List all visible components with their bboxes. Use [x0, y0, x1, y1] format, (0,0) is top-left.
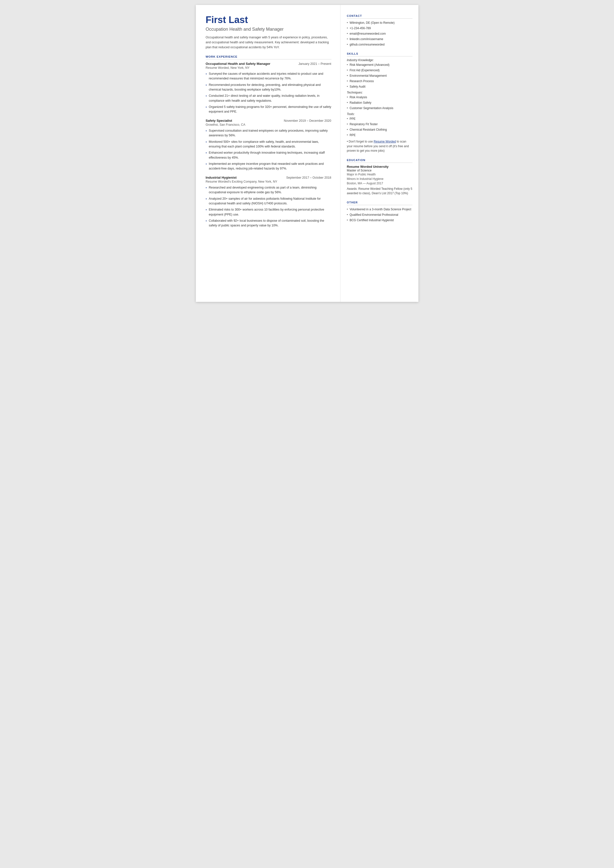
job-company-1: Resume Worded, New York, NY [206, 66, 331, 70]
skill-item-9: PPE [347, 116, 412, 121]
job-title-2: Safety Specialist [206, 119, 232, 123]
skill-item-1: Risk Management (Advanced) [347, 63, 412, 67]
bullet-3-4: Collaborated with 92+ local businesses t… [206, 219, 331, 228]
edu-minors: Minors in Industrial Hygiene [347, 177, 412, 181]
edu-school-name: Resume Worded University [347, 165, 412, 169]
other-item-2: Qualified Environmental Professional [347, 213, 412, 217]
job-block-2: Safety Specialist November 2019 – Decemb… [206, 119, 331, 171]
bullet-1-4: Organized 5 safety training programs for… [206, 105, 331, 114]
edu-awards: Awards: Resume Worded Teaching Fellow (o… [347, 186, 412, 196]
other-list: Volunteered in a 3-month Data Science Pr… [347, 207, 412, 222]
job-company-3: Resume Worded's Exciting Company, New Yo… [206, 180, 331, 183]
job-title-3: Industrial Hygienist [206, 175, 237, 179]
contact-location: Wilmington, DE (Open to Remote) [347, 20, 412, 25]
skill-item-10: Respiratory Fit Tester [347, 122, 412, 126]
job-block-1: Occupational Health and Safety Manager J… [206, 62, 331, 114]
bullet-1-3: Conducted 21+ direct testing of air and … [206, 93, 331, 103]
other-item-3: BCG Certified Industrial Hygienist [347, 218, 412, 222]
skill-item-4: Research Process [347, 79, 412, 83]
job-header-1: Occupational Health and Safety Manager J… [206, 62, 331, 65]
resume-document: First Last Occupation Health and Safety … [196, 5, 419, 302]
bullet-3-3: Eliminated risks to 300+ workers across … [206, 207, 331, 217]
job-bullets-3: Researched and developed engineering con… [206, 185, 331, 228]
skill-item-2: First Aid (Experienced) [347, 68, 412, 73]
skill-list-tools: PPE Respiratory Fit Tester Chemical Resi… [347, 116, 412, 137]
left-column: First Last Occupation Health and Safety … [196, 5, 341, 302]
job-header-2: Safety Specialist November 2019 – Decemb… [206, 119, 331, 123]
bullet-2-4: Implemented an employee incentive progra… [206, 161, 331, 171]
work-experience-section: WORK EXPERIENCE Occupational Health and … [206, 55, 331, 228]
skill-item-5: Safety Audit [347, 84, 412, 89]
job-bullets-2: Supervised consultation and trained empl… [206, 129, 331, 171]
other-section: OTHER Volunteered in a 3-month Data Scie… [347, 201, 412, 222]
job-company-2: Growthsi, San Francisco, CA [206, 123, 331, 126]
bullet-2-2: Monitored 500+ sites for compliance with… [206, 140, 331, 149]
skill-list-techniques: Risk Analysis Radiation Safety Customer … [347, 95, 412, 110]
skill-list-industry: Risk Management (Advanced) First Aid (Ex… [347, 63, 412, 89]
job-title: Occupation Health and Safety Manager [206, 27, 331, 32]
contact-list: Wilmington, DE (Open to Remote) +1-234-4… [347, 20, 412, 47]
job-dates-2: November 2019 – December 2020 [284, 119, 331, 123]
skill-category-tools: Tools: [347, 112, 412, 116]
summary-text: Occupational health and safety manager w… [206, 35, 331, 50]
edu-degree: Master of Science [347, 169, 412, 172]
skill-item-6: Risk Analysis [347, 95, 412, 99]
candidate-name: First Last [206, 15, 331, 25]
skill-category-techniques: Techniques: [347, 91, 412, 94]
skill-item-8: Customer Segmentation Analysis [347, 106, 412, 110]
contact-email: email@resumeworded.com [347, 31, 412, 36]
contact-linkedin: linkedin.com/in/username [347, 37, 412, 41]
other-section-title: OTHER [347, 201, 412, 205]
education-section-title: EDUCATION [347, 158, 412, 163]
contact-phone: +1-234-456-789 [347, 26, 412, 30]
other-item-1: Volunteered in a 3-month Data Science Pr… [347, 207, 412, 211]
bullet-3-1: Researched and developed engineering con… [206, 185, 331, 195]
bullet-3-2: Analyzed 20+ samples of air for asbestos… [206, 196, 331, 206]
promo-before: • Don't forget to use [347, 140, 374, 143]
skill-item-12: RPE [347, 133, 412, 137]
contact-section: CONTACT Wilmington, DE (Open to Remote) … [347, 14, 412, 47]
bullet-2-3: Enhanced worker productivity through inn… [206, 151, 331, 160]
bullet-1-2: Recommended procedures for detecting, pr… [206, 83, 331, 92]
bullet-1-1: Surveyed the causes of workplace acciden… [206, 71, 331, 81]
education-section: EDUCATION Resume Worded University Maste… [347, 158, 412, 196]
job-bullets-1: Surveyed the causes of workplace acciden… [206, 71, 331, 114]
job-dates-3: September 2017 – October 2018 [286, 176, 331, 179]
skills-section-title: SKILLS [347, 52, 412, 56]
bullet-2-1: Supervised consultation and trained empl… [206, 129, 331, 138]
contact-github: github.com/resumeworded [347, 42, 412, 47]
job-dates-1: January 2021 – Present [298, 62, 331, 65]
job-block-3: Industrial Hygienist September 2017 – Oc… [206, 175, 331, 228]
skill-item-7: Radiation Safety [347, 101, 412, 105]
right-column: CONTACT Wilmington, DE (Open to Remote) … [341, 5, 419, 302]
skill-item-11: Chemical Resistant Clothing [347, 127, 412, 132]
skills-section: SKILLS Industry Knowledge: Risk Manageme… [347, 52, 412, 153]
skill-item-3: Environmental Management [347, 73, 412, 78]
job-header-3: Industrial Hygienist September 2017 – Oc… [206, 175, 331, 179]
edu-major: Major in Public Health [347, 172, 412, 177]
edu-location-date: Boston, MA — August 2017 [347, 181, 412, 186]
promo-link[interactable]: Resume Worded [374, 140, 396, 143]
promo-note: • Don't forget to use Resume Worded to s… [347, 139, 412, 153]
skill-category-industry: Industry Knowledge: [347, 58, 412, 62]
work-section-title: WORK EXPERIENCE [206, 55, 331, 59]
contact-section-title: CONTACT [347, 14, 412, 19]
job-title-1: Occupational Health and Safety Manager [206, 62, 271, 65]
